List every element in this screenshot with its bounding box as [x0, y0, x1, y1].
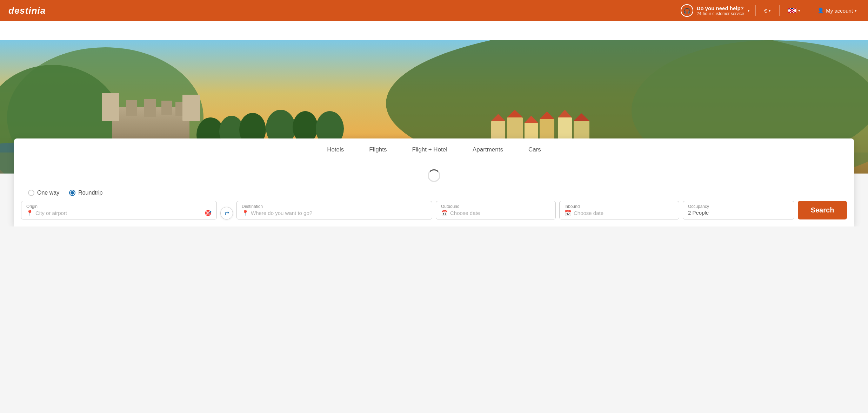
account-button[interactable]: 👤 My account ▾ — [815, 5, 860, 16]
help-subtitle: 24-hour customer service — [697, 11, 744, 16]
origin-location-icon: 📍 — [26, 210, 33, 216]
header-right: 🎧 Do you need help? 24-hour customer ser… — [681, 4, 860, 17]
swap-button[interactable]: ⇄ — [220, 207, 233, 219]
divider-3 — [809, 5, 809, 16]
one-way-radio[interactable] — [28, 190, 34, 196]
svg-rect-6 — [126, 100, 137, 116]
account-chevron: ▾ — [855, 8, 857, 13]
roundtrip-label: Roundtrip — [78, 190, 102, 196]
origin-label: Origin — [26, 204, 212, 209]
origin-input[interactable] — [35, 210, 202, 216]
loading-area — [14, 162, 854, 185]
trip-type-selector: One way Roundtrip — [14, 185, 854, 201]
help-title: Do you need help? — [697, 5, 744, 11]
inbound-input-row: 📅 Choose date — [565, 210, 674, 216]
occupancy-input-row: 2 People 1 Person 3 People 4 People — [688, 210, 789, 216]
inbound-placeholder: Choose date — [574, 210, 674, 216]
destination-input[interactable] — [251, 210, 427, 216]
main-header: destinia 🎧 Do you need help? 24-hour cus… — [0, 0, 868, 21]
inbound-label: Inbound — [565, 204, 674, 209]
tab-cars[interactable]: Cars — [516, 138, 554, 162]
category-tabs: Hotels Flights Flight + Hotel Apartments… — [14, 138, 854, 162]
destination-input-row: 📍 — [242, 210, 427, 216]
search-panel: Hotels Flights Flight + Hotel Apartments… — [14, 138, 854, 226]
flag-icon — [788, 8, 796, 13]
tab-flights[interactable]: Flights — [356, 138, 399, 162]
currency-symbol: € — [764, 8, 767, 14]
help-chevron: ▾ — [748, 8, 750, 13]
svg-rect-7 — [144, 99, 156, 117]
account-person-icon: 👤 — [817, 7, 824, 14]
search-form: Origin 📍 🎯 ⇄ Destination 📍 Outbound 📅 Ch… — [14, 201, 854, 226]
occupancy-select[interactable]: 2 People 1 Person 3 People 4 People — [688, 210, 789, 216]
svg-rect-8 — [161, 101, 172, 115]
lang-chevron: ▾ — [798, 8, 800, 13]
currency-selector[interactable]: € ▾ — [761, 6, 774, 16]
divider-1 — [755, 5, 756, 16]
destination-location-icon: 📍 — [242, 210, 249, 216]
outbound-label: Outbound — [441, 204, 550, 209]
svg-rect-10 — [102, 93, 119, 121]
roundtrip-option[interactable]: Roundtrip — [69, 190, 102, 196]
logo: destinia — [8, 5, 46, 16]
inbound-field[interactable]: Inbound 📅 Choose date — [559, 201, 679, 219]
destination-field: Destination 📍 — [236, 201, 432, 219]
help-icon: 🎧 — [681, 4, 693, 17]
account-label: My account — [826, 8, 853, 14]
tab-hotels[interactable]: Hotels — [314, 138, 356, 162]
outbound-calendar-icon: 📅 — [441, 210, 448, 216]
inbound-calendar-icon: 📅 — [565, 210, 572, 216]
language-selector[interactable]: ▾ — [785, 6, 803, 15]
one-way-option[interactable]: One way — [28, 190, 59, 196]
outbound-placeholder: Choose date — [450, 210, 550, 216]
svg-rect-11 — [182, 95, 200, 121]
occupancy-field: Occupancy 2 People 1 Person 3 People 4 P… — [683, 201, 794, 219]
origin-input-row: 📍 🎯 — [26, 210, 212, 216]
roundtrip-radio[interactable] — [69, 190, 75, 196]
occupancy-label: Occupancy — [688, 204, 789, 209]
origin-field: Origin 📍 🎯 — [21, 201, 217, 219]
search-button[interactable]: Search — [798, 201, 847, 219]
loading-spinner — [428, 169, 440, 182]
origin-target-icon[interactable]: 🎯 — [205, 210, 212, 216]
currency-chevron: ▾ — [769, 8, 771, 13]
help-section: 🎧 Do you need help? 24-hour customer ser… — [681, 4, 750, 17]
tab-apartments[interactable]: Apartments — [460, 138, 516, 162]
help-text: Do you need help? 24-hour customer servi… — [697, 5, 744, 16]
destination-label: Destination — [242, 204, 427, 209]
outbound-input-row: 📅 Choose date — [441, 210, 550, 216]
outbound-field[interactable]: Outbound 📅 Choose date — [436, 201, 556, 219]
divider-2 — [779, 5, 780, 16]
one-way-label: One way — [37, 190, 59, 196]
subheader — [0, 21, 868, 40]
tab-flight-hotel[interactable]: Flight + Hotel — [399, 138, 460, 162]
